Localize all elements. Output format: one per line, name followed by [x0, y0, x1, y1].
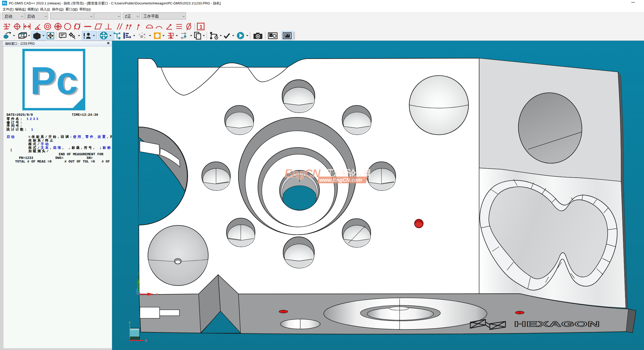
svg-text:Y: Y — [137, 272, 139, 276]
svg-text:Y: Y — [128, 321, 131, 325]
svg-text:HEXAGON: HEXAGON — [514, 320, 600, 328]
svg-text:X: X — [156, 292, 158, 296]
svg-text:EngCN: EngCN — [284, 167, 321, 180]
svg-text:www.EngCN.com: www.EngCN.com — [319, 177, 362, 183]
svg-text:1: 1 — [199, 24, 203, 30]
svg-text:X: X — [145, 339, 147, 342]
svg-text:Pc: Pc — [30, 59, 78, 102]
